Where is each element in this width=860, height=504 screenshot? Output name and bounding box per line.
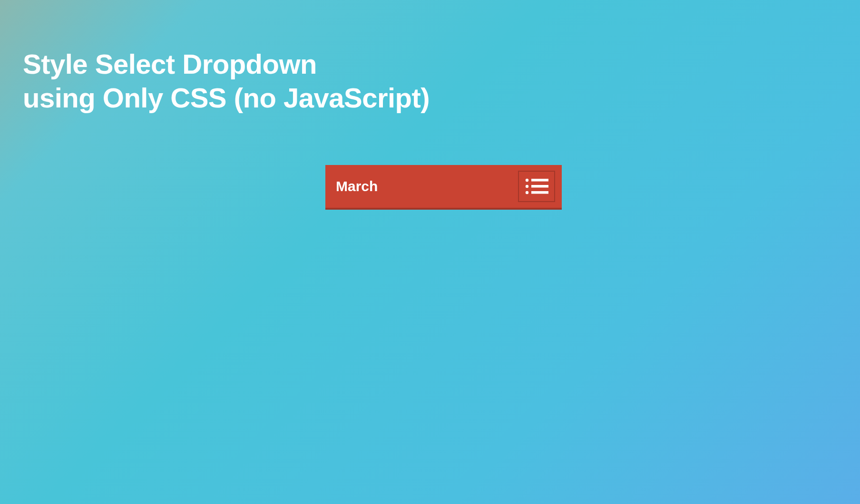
dropdown-selected-label: March — [336, 178, 378, 194]
page-title: Style Select Dropdown using Only CSS (no… — [23, 48, 430, 115]
svg-point-2 — [526, 185, 528, 188]
list-icon — [525, 177, 548, 195]
month-dropdown-wrapper: March — [325, 165, 562, 210]
month-dropdown[interactable]: March — [325, 165, 562, 210]
svg-rect-5 — [531, 191, 548, 194]
svg-point-4 — [526, 191, 528, 194]
svg-point-0 — [526, 179, 528, 182]
svg-rect-3 — [531, 185, 548, 188]
svg-rect-1 — [531, 179, 548, 182]
dropdown-toggle[interactable] — [518, 171, 555, 202]
